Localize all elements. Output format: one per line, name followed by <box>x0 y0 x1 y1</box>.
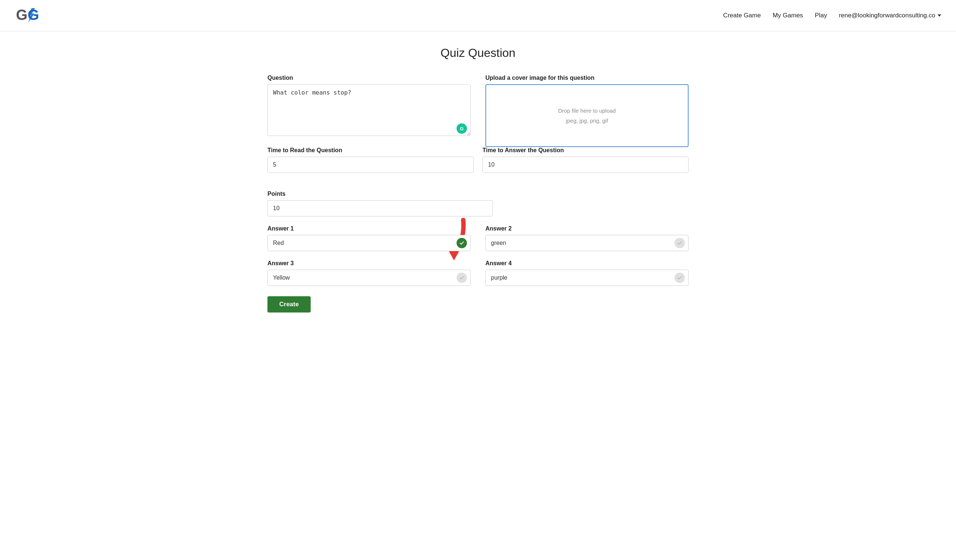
question-label: Question <box>267 75 471 81</box>
answer1-input-wrapper <box>267 235 471 251</box>
points-label: Points <box>267 190 493 197</box>
answer3-group: Answer 3 <box>267 260 471 286</box>
answer2-check[interactable] <box>675 238 685 248</box>
question-group: Question G <box>267 75 471 137</box>
time-answer-label: Time to Answer the Question <box>483 147 689 154</box>
time-answer-input[interactable] <box>483 157 689 173</box>
answer2-input-wrapper <box>485 235 689 251</box>
answer1-group: Answer 1 <box>267 225 471 251</box>
checkmark-unchecked-icon <box>677 240 682 246</box>
checkmark-unchecked-icon-4 <box>677 275 682 281</box>
chevron-down-icon <box>937 14 941 17</box>
answer2-group: Answer 2 <box>485 225 689 251</box>
top-form-grid: Question G Upload a cover image for this… <box>267 75 689 147</box>
logo-icon: G G <box>15 5 44 27</box>
upload-hint-line2: jpeg, jpg, png, gif <box>566 116 608 126</box>
answer4-label: Answer 4 <box>485 260 689 267</box>
answer4-group: Answer 4 <box>485 260 689 286</box>
upload-section: Upload a cover image for this question D… <box>485 75 689 147</box>
checkmark-icon <box>459 240 465 246</box>
navbar: G G Create Game My Games Play rene@looki… <box>0 0 956 31</box>
question-section: Question G <box>267 75 471 146</box>
answer4-input-wrapper <box>485 270 689 286</box>
time-read-input[interactable] <box>267 157 473 173</box>
answer1-label: Answer 1 <box>267 225 471 232</box>
checkmark-unchecked-icon-3 <box>459 275 465 281</box>
answer1-check[interactable] <box>457 238 467 248</box>
upload-dropzone[interactable]: Drop file here to upload jpeg, jpg, png,… <box>485 84 689 147</box>
nav-my-games[interactable]: My Games <box>773 12 803 19</box>
answer3-check[interactable] <box>457 273 467 283</box>
nav-create-game[interactable]: Create Game <box>723 12 761 19</box>
answer2-input[interactable] <box>485 235 689 251</box>
time-answer-group: Time to Answer the Question <box>483 147 689 173</box>
user-email: rene@lookingforwardconsulting.co <box>839 12 935 19</box>
question-textarea-wrapper: G <box>267 84 471 137</box>
answer4-input[interactable] <box>485 270 689 286</box>
time-read-label: Time to Read the Question <box>267 147 473 154</box>
answer1-input[interactable] <box>267 235 471 251</box>
grammarly-icon: G <box>457 123 467 134</box>
answers-grid: Answer 1 Answer 2 <box>267 225 689 286</box>
answer2-label: Answer 2 <box>485 225 689 232</box>
page-title: Quiz Question <box>267 46 689 60</box>
question-textarea[interactable] <box>267 84 471 136</box>
upload-hint-line1: Drop file here to upload <box>558 105 616 116</box>
time-fields-row: Time to Read the Question Time to Answer… <box>267 147 689 182</box>
upload-label: Upload a cover image for this question <box>485 75 689 81</box>
svg-text:G: G <box>16 7 27 23</box>
answer3-input-wrapper <box>267 270 471 286</box>
time-read-group: Time to Read the Question <box>267 147 473 173</box>
nav-play[interactable]: Play <box>815 12 827 19</box>
points-group: Points <box>267 190 493 217</box>
nav-user-menu[interactable]: rene@lookingforwardconsulting.co <box>839 12 941 19</box>
answer3-input[interactable] <box>267 270 471 286</box>
main-content: Quiz Question Question G Upload a cover … <box>238 31 718 342</box>
nav-links: Create Game My Games Play rene@lookingfo… <box>723 12 941 19</box>
answers-section: Answer 1 Answer 2 <box>267 225 689 286</box>
create-button[interactable]: Create <box>267 296 311 313</box>
logo[interactable]: G G <box>15 5 44 27</box>
answer3-label: Answer 3 <box>267 260 471 267</box>
answer4-check[interactable] <box>675 273 685 283</box>
points-input[interactable] <box>267 200 493 217</box>
